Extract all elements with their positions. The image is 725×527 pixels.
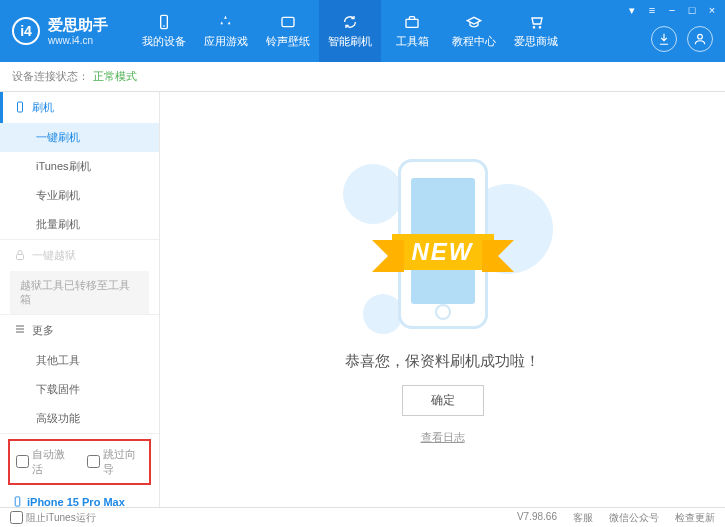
phone-icon (12, 496, 23, 507)
download-button[interactable] (651, 26, 677, 52)
svg-point-4 (533, 27, 534, 28)
svg-point-6 (698, 34, 703, 39)
maximize-icon[interactable]: □ (685, 3, 699, 17)
new-ribbon: NEW (392, 234, 494, 270)
sidebar-item-batch-flash[interactable]: 批量刷机 (0, 210, 159, 239)
cart-icon (527, 13, 545, 31)
phone-icon (14, 101, 26, 115)
logo-icon: i4 (12, 17, 40, 45)
image-icon (279, 13, 297, 31)
window-controls: ▾ ≡ − □ × (625, 3, 719, 17)
view-log-link[interactable]: 查看日志 (421, 430, 465, 445)
sidebar-header-jailbreak: 一键越狱 (0, 240, 159, 271)
block-itunes-checkbox[interactable]: 阻止iTunes运行 (10, 511, 96, 525)
connection-mode: 正常模式 (93, 69, 137, 84)
version-label: V7.98.66 (517, 511, 557, 525)
nav-tutorials[interactable]: 教程中心 (443, 0, 505, 62)
device-info: iPhone 15 Pro Max 512GB iPhone (0, 490, 159, 507)
footer: 阻止iTunes运行 V7.98.66 客服 微信公众号 检查更新 (0, 507, 725, 527)
user-button[interactable] (687, 26, 713, 52)
sidebar-jailbreak-note: 越狱工具已转移至工具箱 (10, 271, 149, 314)
svg-rect-12 (15, 497, 20, 506)
lock-icon (14, 249, 26, 263)
app-header: i4 爱思助手 www.i4.cn 我的设备 应用游戏 铃声壁纸 智能刷机 工具… (0, 0, 725, 62)
sidebar-item-itunes-flash[interactable]: iTunes刷机 (0, 152, 159, 181)
app-icon (217, 13, 235, 31)
main-content: NEW 恭喜您，保资料刷机成功啦！ 确定 查看日志 (160, 92, 725, 507)
svg-rect-8 (17, 254, 24, 259)
logo: i4 爱思助手 www.i4.cn (12, 16, 108, 46)
svg-rect-0 (161, 15, 168, 28)
device-name[interactable]: iPhone 15 Pro Max (12, 496, 147, 507)
sidebar-header-more[interactable]: 更多 (0, 315, 159, 346)
svg-point-5 (539, 27, 540, 28)
footer-link-support[interactable]: 客服 (573, 511, 593, 525)
footer-link-update[interactable]: 检查更新 (675, 511, 715, 525)
settings-icon[interactable]: ≡ (645, 3, 659, 17)
options-row: 自动激活 跳过向导 (8, 439, 151, 485)
nav-apps[interactable]: 应用游戏 (195, 0, 257, 62)
success-illustration: NEW (333, 154, 553, 334)
graduation-icon (465, 13, 483, 31)
sidebar-item-pro-flash[interactable]: 专业刷机 (0, 181, 159, 210)
footer-link-wechat[interactable]: 微信公众号 (609, 511, 659, 525)
app-title: 爱思助手 (48, 16, 108, 35)
refresh-icon (341, 13, 359, 31)
svg-rect-2 (282, 17, 294, 26)
nav-toolbox[interactable]: 工具箱 (381, 0, 443, 62)
ok-button[interactable]: 确定 (402, 385, 484, 416)
close-icon[interactable]: × (705, 3, 719, 17)
sidebar: 刷机 一键刷机 iTunes刷机 专业刷机 批量刷机 一键越狱 越狱工具已转移至… (0, 92, 160, 507)
svg-rect-3 (406, 19, 418, 27)
nav-mall[interactable]: 爱思商城 (505, 0, 567, 62)
sidebar-header-flash[interactable]: 刷机 (0, 92, 159, 123)
skip-guide-checkbox[interactable]: 跳过向导 (87, 447, 144, 477)
menu-icon[interactable]: ▾ (625, 3, 639, 17)
list-icon (14, 323, 26, 337)
top-nav: 我的设备 应用游戏 铃声壁纸 智能刷机 工具箱 教程中心 爱思商城 (133, 0, 567, 62)
nav-flash[interactable]: 智能刷机 (319, 0, 381, 62)
sidebar-item-other-tools[interactable]: 其他工具 (0, 346, 159, 375)
success-message: 恭喜您，保资料刷机成功啦！ (345, 352, 540, 371)
phone-icon (155, 13, 173, 31)
connection-status: 设备连接状态： 正常模式 (0, 62, 725, 92)
svg-rect-7 (18, 102, 23, 112)
auto-activate-checkbox[interactable]: 自动激活 (16, 447, 73, 477)
nav-my-device[interactable]: 我的设备 (133, 0, 195, 62)
sidebar-item-download-firmware[interactable]: 下载固件 (0, 375, 159, 404)
minimize-icon[interactable]: − (665, 3, 679, 17)
nav-ringtone[interactable]: 铃声壁纸 (257, 0, 319, 62)
toolbox-icon (403, 13, 421, 31)
sidebar-item-advanced[interactable]: 高级功能 (0, 404, 159, 433)
app-url: www.i4.cn (48, 35, 108, 46)
sidebar-item-onekey-flash[interactable]: 一键刷机 (0, 123, 159, 152)
